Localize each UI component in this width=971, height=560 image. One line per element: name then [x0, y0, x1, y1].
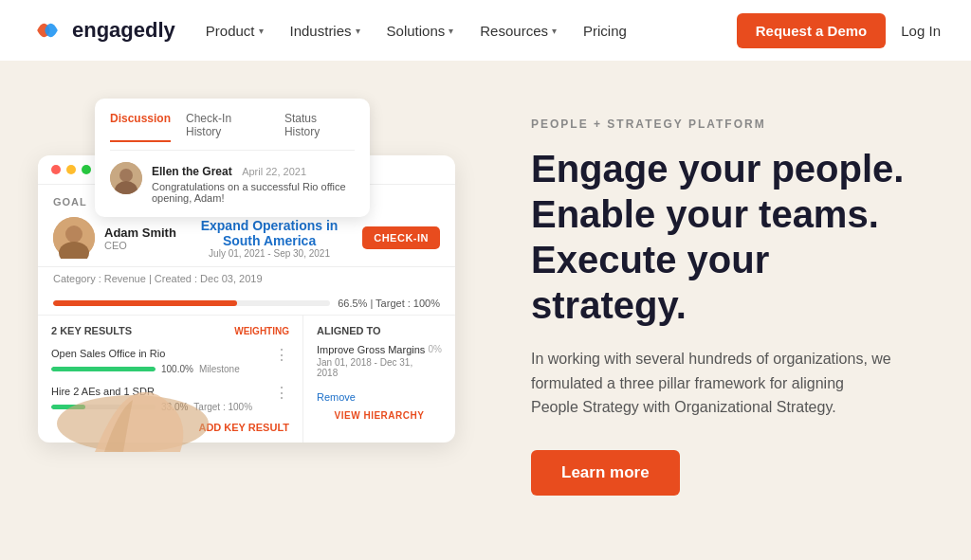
remove-aligned-link[interactable]: Remove — [317, 391, 442, 403]
goal-title: Expand Operations in South America — [186, 218, 353, 248]
goal-progress-text: 66.5% | Target : 100% — [338, 298, 440, 309]
aligned-goal-info: Improve Gross Margins Jan 01, 2018 - Dec… — [317, 344, 429, 382]
hero-description: In working with several hundreds of orga… — [531, 347, 891, 420]
nav-actions: Request a Demo Log In — [737, 13, 941, 48]
notif-tab-discussion[interactable]: Discussion — [110, 112, 171, 142]
notification-content: Ellen the Great April 22, 2021 Congratul… — [152, 162, 355, 204]
request-demo-button[interactable]: Request a Demo — [737, 13, 887, 48]
left-panel: Discussion Check-In History Status Histo… — [38, 99, 493, 443]
chevron-down-icon: ▾ — [259, 26, 264, 36]
hero-section: Discussion Check-In History Status Histo… — [0, 61, 971, 560]
aligned-goal-name: Improve Gross Margins — [317, 344, 429, 355]
nav-solutions[interactable]: Solutions ▾ — [387, 23, 454, 39]
goal-progress-bar — [53, 300, 330, 306]
goal-progress-fill — [53, 300, 237, 306]
checkin-button[interactable]: CHECK-IN — [362, 226, 440, 249]
hand-decoration — [38, 348, 228, 461]
person-avatar — [53, 217, 95, 259]
person-info: Adam Smith CEO — [104, 226, 176, 251]
goal-center-info: Expand Operations in South America July … — [186, 218, 353, 259]
learn-more-button[interactable]: Learn more — [531, 450, 680, 496]
logo[interactable]: engagedly — [30, 13, 175, 47]
chevron-down-icon: ▾ — [356, 26, 360, 36]
navbar: engagedly Product ▾ Industries ▾ Solutio… — [0, 0, 971, 61]
nav-links: Product ▾ Industries ▾ Solutions ▾ Resou… — [206, 23, 737, 39]
nav-product[interactable]: Product ▾ — [206, 23, 264, 39]
goal-meta: Category : Revenue | Created : Dec 03, 2… — [38, 273, 455, 292]
view-hierarchy-link[interactable]: VIEW HIERARCHY — [317, 410, 442, 421]
notif-person-name: Ellen the Great — [152, 165, 232, 178]
aligned-section-title: ALIGNED TO — [317, 325, 442, 336]
right-panel: PEOPLE + STRATEGY PLATFORM Engage your p… — [493, 99, 914, 496]
kr-header: 2 KEY RESULTS WEIGHTING — [51, 325, 289, 336]
aligned-panel: ALIGNED TO Improve Gross Margins Jan 01,… — [303, 316, 455, 443]
maximize-dot — [82, 165, 91, 174]
kr-more-icon-2[interactable]: ⋮ — [274, 384, 289, 402]
chevron-down-icon: ▾ — [552, 26, 557, 36]
notif-tab-status[interactable]: Status History — [284, 112, 355, 142]
hero-headline: Engage your people. Enable your teams. E… — [531, 146, 914, 328]
goal-progress-row: 66.5% | Target : 100% — [53, 298, 440, 309]
person-name: Adam Smith — [104, 226, 176, 240]
nav-pricing[interactable]: Pricing — [583, 23, 627, 39]
chevron-down-icon: ▾ — [449, 26, 453, 36]
notification-row: Ellen the Great April 22, 2021 Congratul… — [110, 162, 355, 204]
notif-tab-checkin[interactable]: Check-In History — [186, 112, 269, 142]
close-dot — [51, 165, 61, 174]
svg-point-1 — [119, 169, 133, 182]
login-button[interactable]: Log In — [901, 23, 941, 39]
person-role: CEO — [104, 240, 176, 251]
kr-more-icon-1[interactable]: ⋮ — [274, 346, 289, 364]
svg-point-4 — [65, 226, 82, 243]
aligned-dates: Jan 01, 2018 - Dec 31, 2018 — [317, 357, 429, 378]
kr-section-title: 2 KEY RESULTS — [51, 325, 132, 336]
goal-person-row: Adam Smith CEO Expand Operations in Sout… — [53, 217, 440, 259]
platform-label: PEOPLE + STRATEGY PLATFORM — [531, 117, 914, 131]
avatar — [110, 162, 142, 194]
notif-message: Congratulations on a successful Rio offi… — [152, 181, 355, 204]
brand-name: engagedly — [72, 18, 175, 43]
nav-resources[interactable]: Resources ▾ — [480, 23, 557, 39]
kr-weighting-label: WEIGHTING — [234, 326, 289, 336]
aligned-percent: 0% — [429, 344, 442, 354]
notification-card: Discussion Check-In History Status Histo… — [95, 99, 370, 217]
notif-date: April 22, 2021 — [242, 166, 306, 177]
notif-tabs: Discussion Check-In History Status Histo… — [110, 112, 355, 151]
minimize-dot — [66, 165, 76, 174]
goal-dates: July 01, 2021 - Sep 30, 2021 — [186, 248, 353, 259]
nav-industries[interactable]: Industries ▾ — [290, 23, 360, 39]
